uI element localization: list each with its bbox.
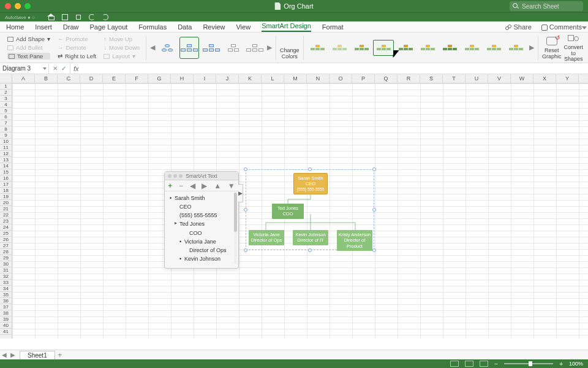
zoom-slider[interactable] xyxy=(504,363,553,364)
right-to-left-button[interactable]: ⇄ Right to Left xyxy=(58,53,96,59)
row-header[interactable]: 6 xyxy=(0,114,12,120)
text-pane-item[interactable]: Director of Ops xyxy=(168,246,235,255)
row-header[interactable]: 2 xyxy=(0,90,12,96)
text-pane-header[interactable]: SmartArt Text xyxy=(165,172,238,180)
column-header[interactable]: P xyxy=(352,74,375,83)
spreadsheet-grid[interactable]: ABCDEFGHIJKLMNOPQRSTUVWXY 12345678910111… xyxy=(0,74,588,339)
formula-confirm-icon[interactable]: ✓ xyxy=(61,65,66,72)
zoom-percent[interactable]: 100% xyxy=(569,361,583,367)
collapse-text-pane-icon[interactable]: ▶ xyxy=(238,184,243,202)
org-node-coo[interactable]: Ted Jones COO xyxy=(272,204,304,219)
column-header[interactable]: E xyxy=(103,74,126,83)
org-node-director-3[interactable]: Kristy Anderson Director of Product xyxy=(337,230,372,251)
row-header[interactable]: 36 xyxy=(0,298,12,304)
redo-icon[interactable] xyxy=(102,13,109,21)
row-header[interactable]: 14 xyxy=(0,163,12,169)
column-header[interactable]: D xyxy=(80,74,103,83)
formula-input[interactable] xyxy=(82,64,588,74)
save-icon[interactable] xyxy=(61,13,69,21)
column-header[interactable]: F xyxy=(126,74,148,83)
chevron-down-icon[interactable] xyxy=(43,67,47,70)
zoom-in-icon[interactable]: + xyxy=(559,361,563,367)
row-header[interactable]: 40 xyxy=(0,323,12,329)
comments-button[interactable]: Comments xyxy=(541,23,582,31)
row-header[interactable]: 32 xyxy=(0,274,12,280)
sheet-next-icon[interactable]: ▶ xyxy=(9,351,17,358)
sheet-prev-icon[interactable]: ◀ xyxy=(0,351,9,358)
column-header[interactable]: W xyxy=(511,74,533,83)
row-header[interactable]: 22 xyxy=(0,212,12,218)
style-option[interactable] xyxy=(395,40,416,56)
outdent-icon[interactable]: ◀ xyxy=(190,182,195,190)
undo-icon[interactable] xyxy=(88,13,96,21)
row-header[interactable]: 13 xyxy=(0,157,12,163)
row-header[interactable]: 18 xyxy=(0,188,12,194)
row-header[interactable]: 4 xyxy=(0,102,12,108)
formula-cancel-icon[interactable]: ✕ xyxy=(53,65,58,72)
row-header[interactable]: 9 xyxy=(0,132,12,139)
layouts-next-icon[interactable]: ▶ xyxy=(267,37,272,59)
row-header[interactable]: 28 xyxy=(0,249,12,255)
style-option[interactable] xyxy=(505,40,526,56)
row-header[interactable]: 21 xyxy=(0,206,12,212)
column-header[interactable]: Q xyxy=(375,74,398,83)
search-input[interactable] xyxy=(510,1,583,11)
row-header[interactable]: 1 xyxy=(0,83,12,90)
column-header[interactable]: O xyxy=(330,74,352,83)
add-shape-button[interactable]: Add Shape ▾ xyxy=(7,36,50,42)
scrollbar[interactable] xyxy=(234,193,237,264)
column-header[interactable]: S xyxy=(420,74,443,83)
zoom-thumb[interactable] xyxy=(529,361,532,366)
add-item-icon[interactable]: + xyxy=(168,182,172,190)
tab-view[interactable]: View xyxy=(236,23,251,32)
collapse-ribbon-icon[interactable] xyxy=(582,26,587,29)
row-header[interactable]: 10 xyxy=(0,139,12,145)
row-header[interactable]: 41 xyxy=(0,329,12,335)
column-header[interactable]: Y xyxy=(556,74,579,83)
styles-more-icon[interactable]: ▶ xyxy=(529,44,534,52)
zoom-out-icon[interactable]: − xyxy=(494,361,498,367)
column-header[interactable]: V xyxy=(488,74,511,83)
remove-item-icon[interactable]: − xyxy=(179,182,183,190)
tab-smartart-design[interactable]: SmartArt Design xyxy=(262,22,311,32)
row-header[interactable]: 30 xyxy=(0,261,12,267)
column-header[interactable]: B xyxy=(35,74,58,83)
row-header[interactable]: 29 xyxy=(0,255,12,261)
view-page-break-icon[interactable] xyxy=(480,361,488,367)
view-page-layout-icon[interactable] xyxy=(465,361,473,367)
text-pane-item[interactable]: CEO xyxy=(168,202,235,211)
style-option[interactable] xyxy=(483,40,504,56)
sheet-tab-active[interactable]: Sheet1 xyxy=(20,351,55,359)
layout-option-1[interactable] xyxy=(157,37,177,59)
indent-icon[interactable]: ▶ xyxy=(202,182,207,190)
row-header[interactable]: 38 xyxy=(0,310,12,316)
close-icon[interactable] xyxy=(5,3,11,9)
layout-option-5[interactable] xyxy=(245,37,265,59)
column-header[interactable]: T xyxy=(443,74,466,83)
style-option[interactable] xyxy=(307,40,328,56)
column-header[interactable]: K xyxy=(239,74,262,83)
org-node-director-1[interactable]: Victoria Jane Director of Ops xyxy=(249,230,284,245)
row-header[interactable]: 31 xyxy=(0,267,12,274)
layout-option-2[interactable] xyxy=(179,37,199,59)
layout-option-4[interactable] xyxy=(224,37,243,59)
column-header[interactable]: X xyxy=(533,74,556,83)
home-icon[interactable] xyxy=(48,13,55,21)
layouts-prev-icon[interactable]: ◀ xyxy=(150,37,155,59)
tab-home[interactable]: Home xyxy=(6,23,24,32)
move-up-icon[interactable]: ▲ xyxy=(214,182,221,190)
row-header[interactable]: 26 xyxy=(0,237,12,243)
tab-formulas[interactable]: Formulas xyxy=(138,23,167,32)
convert-to-shapes-button[interactable]: Convert to Shapes xyxy=(564,33,583,63)
column-header[interactable]: M xyxy=(284,74,307,83)
row-header[interactable]: 8 xyxy=(0,126,12,132)
column-header[interactable]: A xyxy=(12,74,35,83)
text-pane-item[interactable]: Sarah Smith xyxy=(168,194,235,202)
row-header[interactable]: 11 xyxy=(0,145,12,151)
smartart-canvas[interactable]: Sarah Smith CEO (555) 555-5555 Ted Jones… xyxy=(246,169,374,250)
row-header[interactable]: 25 xyxy=(0,231,12,237)
row-header[interactable]: 3 xyxy=(0,96,12,102)
style-option[interactable] xyxy=(329,40,350,56)
name-box[interactable]: Diagram 3 xyxy=(0,64,49,74)
style-option[interactable] xyxy=(373,40,394,56)
